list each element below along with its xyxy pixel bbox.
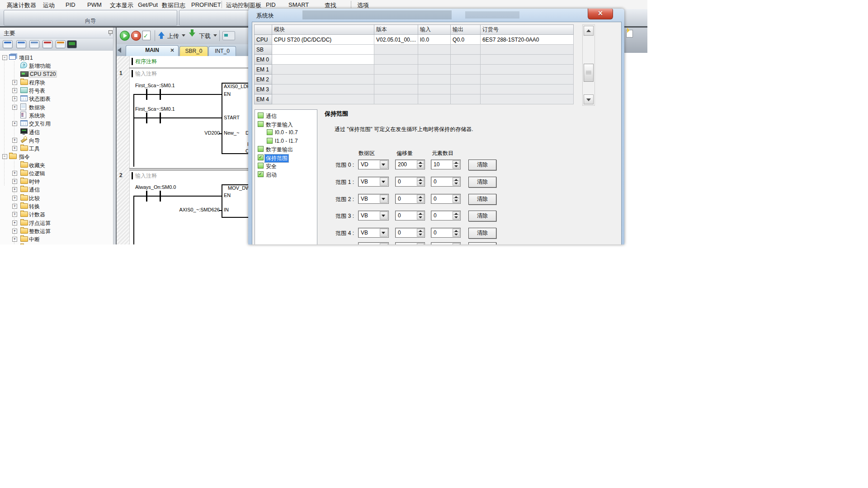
- checked-icon[interactable]: [258, 171, 264, 177]
- compile-icon[interactable]: [142, 31, 151, 40]
- menu-item-1[interactable]: 运动: [43, 1, 55, 9]
- menu-item-2[interactable]: PID: [66, 1, 75, 8]
- spin-down-icon[interactable]: [417, 181, 424, 186]
- scroll-down-icon[interactable]: [584, 94, 594, 104]
- menu-item-4[interactable]: 文本显示: [110, 1, 133, 9]
- cell-module[interactable]: [272, 45, 374, 55]
- tree-item-新增功能[interactable]: 新增功能: [0, 61, 113, 70]
- module-row-EM 3[interactable]: EM 3: [255, 84, 574, 94]
- option-icon[interactable]: [258, 163, 264, 169]
- cell-input[interactable]: [418, 55, 451, 65]
- menu-item-3[interactable]: PWM: [87, 1, 102, 8]
- chevron-down-icon[interactable]: [380, 229, 388, 237]
- expand-icon[interactable]: +: [12, 80, 17, 85]
- cell-version[interactable]: [374, 84, 418, 94]
- expand-icon[interactable]: +: [12, 88, 17, 93]
- tree-item-时钟[interactable]: +时钟: [0, 177, 113, 185]
- module-row-EM 4[interactable]: EM 4: [255, 94, 574, 104]
- download-dropdown-icon[interactable]: [213, 34, 217, 37]
- tree-item-符号表[interactable]: +符号表: [0, 86, 113, 94]
- pages-icon[interactable]: [29, 40, 39, 48]
- clear-button-5[interactable]: [468, 242, 496, 244]
- offset-stepper-0[interactable]: 200: [395, 160, 425, 169]
- count-stepper-2[interactable]: 0: [431, 194, 461, 204]
- cell-order[interactable]: [481, 94, 574, 104]
- expand-icon[interactable]: +: [12, 212, 17, 217]
- tree-item-位逻辑[interactable]: +位逻辑: [0, 169, 113, 177]
- tree-item-项目1[interactable]: −项目1: [0, 53, 113, 61]
- spin-down-icon[interactable]: [417, 198, 424, 203]
- tree-item-指令[interactable]: −指令: [0, 152, 113, 160]
- chevron-down-icon[interactable]: [380, 178, 388, 186]
- dialog-tree-item-I1.0 - I1.7[interactable]: I1.0 - I1.7: [255, 137, 317, 145]
- clear-button-1[interactable]: 清除: [468, 177, 496, 188]
- expand-icon[interactable]: +: [12, 229, 17, 234]
- cell-module[interactable]: [272, 94, 374, 104]
- cell-module[interactable]: [272, 84, 374, 94]
- option-icon[interactable]: [258, 146, 264, 152]
- cell-order[interactable]: [481, 75, 574, 84]
- cell-input[interactable]: I0.0: [418, 35, 451, 45]
- tree-item-整数运算[interactable]: +整数运算: [0, 227, 113, 235]
- cell-order[interactable]: [481, 84, 574, 94]
- option-icon[interactable]: [267, 129, 273, 135]
- data-area-select-4[interactable]: VB: [358, 228, 389, 238]
- expand-icon[interactable]: +: [12, 146, 17, 151]
- upload-dropdown-icon[interactable]: [182, 34, 185, 37]
- tree-item-状态图表[interactable]: +状态图表: [0, 94, 113, 103]
- dialog-tree-item-I0.0 - I0.7[interactable]: I0.0 - I0.7: [255, 128, 317, 136]
- data-area-select-5[interactable]: [358, 242, 389, 244]
- cell-module[interactable]: [272, 75, 374, 84]
- cell-output[interactable]: [451, 84, 481, 94]
- cell-module[interactable]: [272, 65, 374, 75]
- clear-button-0[interactable]: 清除: [468, 160, 496, 170]
- cell-input[interactable]: [418, 65, 451, 75]
- cell-version[interactable]: V02.05.01_00....: [374, 35, 418, 45]
- cell-input[interactable]: [418, 75, 451, 84]
- download-label[interactable]: 下载: [199, 32, 211, 40]
- tree-item-计数器[interactable]: +计数器: [0, 210, 113, 218]
- expand-icon[interactable]: +: [12, 138, 17, 143]
- tree-item-程序块[interactable]: +程序块: [0, 78, 113, 86]
- spin-up-icon[interactable]: [417, 243, 424, 244]
- tree-item-比较[interactable]: +比较: [0, 194, 113, 202]
- data-area-select-3[interactable]: VB: [358, 211, 389, 221]
- cell-output[interactable]: [451, 94, 481, 104]
- tree-item-通信[interactable]: 通信: [0, 128, 113, 136]
- cell-output[interactable]: [451, 55, 481, 65]
- tree-item-逻辑运算[interactable]: +逻辑运算: [0, 243, 113, 244]
- collapse-icon[interactable]: −: [2, 154, 7, 159]
- cell-order[interactable]: [481, 65, 574, 75]
- module-table[interactable]: 模块版本输入输出订货号CPUCPU ST20 (DC/DC/DC)V02.05.…: [254, 24, 574, 104]
- module-row-CPU[interactable]: CPUCPU ST20 (DC/DC/DC)V02.05.01_00....I0…: [255, 35, 574, 45]
- count-stepper-5[interactable]: [431, 242, 461, 244]
- tab-close-icon[interactable]: ×: [170, 47, 175, 53]
- table-view-icon[interactable]: [16, 40, 26, 48]
- data-area-select-0[interactable]: VD: [358, 160, 389, 169]
- cell-output[interactable]: [451, 45, 481, 55]
- upload-icon[interactable]: [158, 32, 165, 36]
- tree-item-收藏夹[interactable]: 收藏夹: [0, 161, 113, 169]
- dialog-tree-item-启动[interactable]: 启动: [255, 170, 317, 178]
- pin-icon[interactable]: [108, 30, 113, 34]
- tab-INT_0[interactable]: INT_0: [208, 46, 236, 56]
- count-stepper-1[interactable]: 0: [431, 177, 461, 187]
- cell-version[interactable]: [374, 55, 418, 65]
- count-stepper-4[interactable]: 0: [431, 228, 461, 238]
- tree-item-系统块[interactable]: 系统块: [0, 111, 113, 119]
- expand-icon[interactable]: +: [12, 237, 17, 242]
- cell-order[interactable]: 6ES7 288-1ST20-0AA0: [481, 35, 574, 45]
- expand-icon[interactable]: +: [12, 187, 17, 192]
- run-button[interactable]: [120, 31, 130, 41]
- expand-icon[interactable]: +: [12, 96, 17, 101]
- cell-input[interactable]: [418, 94, 451, 104]
- dialog-tree-item-保持范围[interactable]: 保持范围: [255, 154, 317, 162]
- spin-down-icon[interactable]: [453, 215, 460, 220]
- tree-item-浮点运算[interactable]: +浮点运算: [0, 219, 113, 227]
- chart-view-icon[interactable]: [56, 40, 66, 48]
- expand-icon[interactable]: +: [12, 196, 17, 201]
- module-row-EM 0[interactable]: EM 0: [255, 55, 574, 65]
- dialog-tree-item-安全[interactable]: 安全: [255, 162, 317, 170]
- cell-order[interactable]: [481, 45, 574, 55]
- tree-item-CPU ST20[interactable]: CPU ST20: [0, 70, 113, 78]
